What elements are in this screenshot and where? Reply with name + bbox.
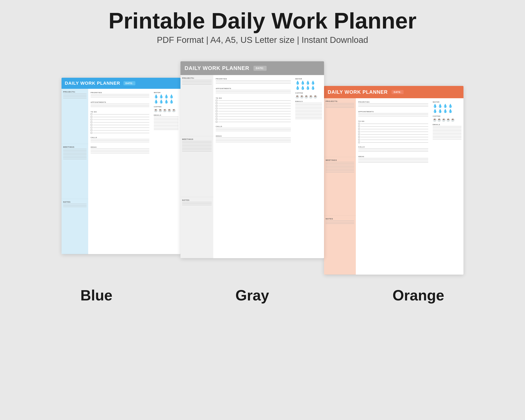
blue-calls: CALLS — [91, 136, 149, 143]
gy-todo-row8 — [216, 118, 291, 120]
orange-drop5: 💧 — [433, 109, 437, 113]
blue-appts-label: APPOINTMENTS — [91, 101, 149, 103]
blue-label: Blue — [37, 287, 156, 304]
gray-priorities: PRIORITIES — [216, 77, 291, 85]
blue-coffee-label: COFFEE — [154, 106, 162, 108]
gy-apt-1 — [216, 90, 291, 90]
or-idea-2 — [358, 159, 428, 160]
bl-cl2 — [93, 117, 149, 117]
gray-water-drops: 💧 💧 💧 💧 💧 💧 💧 💧 — [295, 80, 318, 90]
main-title: Printable Daily Work Planner — [109, 8, 416, 33]
gy-em-2 — [295, 104, 322, 105]
gy-todo-row9 — [216, 121, 291, 123]
subtitle: PDF Format | A4, A5, US Letter size | In… — [157, 35, 368, 45]
gy-proj-4 — [182, 84, 212, 84]
gray-appts-label: APPOINTMENTS — [216, 88, 291, 89]
or-em-9 — [433, 138, 461, 138]
blue-meet-line7 — [63, 158, 86, 158]
bl-todo-row2 — [91, 116, 149, 118]
orange-meetings-section: MEETINGS — [324, 157, 356, 216]
blue-drop3: 💧 — [164, 94, 169, 99]
gray-drop8: 💧 — [311, 85, 315, 90]
gy-meet-2 — [182, 142, 212, 143]
gy-todo-row2 — [216, 102, 291, 104]
blue-drop1: 💧 — [154, 94, 158, 99]
or-chk4 — [358, 131, 360, 132]
blue-notes-line3 — [63, 207, 86, 207]
orange-drop3: 💧 — [443, 103, 448, 108]
bl-chk1 — [91, 113, 92, 115]
blue-proj-line1 — [63, 94, 86, 94]
gy-cl2 — [218, 103, 291, 103]
gy-meet-4 — [182, 145, 212, 146]
blue-meet-line8 — [63, 159, 86, 159]
bl-idea-3 — [91, 151, 149, 152]
bl-chk3 — [91, 119, 92, 120]
bl-apt-3 — [91, 107, 149, 107]
blue-todo-label: TO DO — [91, 111, 149, 113]
blue-cup4: ☕ — [167, 108, 171, 112]
orange-drop7: 💧 — [443, 109, 448, 113]
gy-cl7 — [218, 116, 291, 117]
orange-projects-label: PROJECTS: — [326, 100, 354, 102]
blue-meet-line1 — [63, 149, 86, 149]
gray-drop7: 💧 — [306, 85, 310, 90]
or-meet-8 — [326, 172, 354, 172]
gy-em-1 — [295, 103, 322, 103]
bl-em-5 — [154, 122, 178, 123]
gray-drop6: 💧 — [300, 85, 305, 90]
or-meet-6 — [326, 169, 354, 169]
gy-todo-row7 — [216, 116, 291, 117]
gray-label: Gray — [180, 287, 324, 304]
gray-sidebar: PROJECTS: MEETINGS — [180, 75, 213, 258]
blue-proj-line3 — [63, 97, 86, 97]
color-labels-row: Blue Gray Orange — [12, 287, 513, 304]
gy-em-8 — [295, 113, 322, 113]
or-todo-row3 — [358, 128, 428, 130]
orange-drop6: 💧 — [438, 109, 442, 113]
orange-notes-section: NOTES — [324, 216, 356, 275]
orange-priorities: PRIORITIES — [358, 100, 428, 108]
gray-coffee-cups: ☕ ☕ ☕ ☕ ☕ — [295, 94, 318, 98]
or-em-10 — [433, 139, 461, 139]
gy-em-5 — [295, 109, 322, 109]
or-todo-row7 — [358, 139, 428, 140]
bl-call-1 — [91, 139, 149, 139]
blue-notes-label: NOTES — [63, 201, 86, 203]
gy-idea-3 — [216, 140, 291, 141]
blue-drop8: 💧 — [169, 99, 174, 104]
gray-drop1: 💧 — [295, 80, 300, 85]
orange-drop8: 💧 — [448, 109, 453, 113]
blue-ideas: IDEAS — [91, 145, 149, 154]
gy-proj-1 — [182, 80, 212, 80]
or-em-2 — [433, 128, 461, 128]
gy-em-11 — [295, 117, 322, 118]
blue-water-label: WATER — [154, 92, 160, 93]
or-todo-row5 — [358, 133, 428, 135]
gy-chk7 — [216, 116, 217, 117]
gray-ideas: IDEAS — [216, 134, 291, 143]
blue-priorities-label: PRIORITIES — [91, 92, 149, 93]
blue-proj-line2 — [63, 95, 86, 95]
bl-pri-3 — [91, 97, 149, 97]
gray-drop5: 💧 — [295, 85, 300, 90]
orange-drop4: 💧 — [448, 103, 453, 108]
bl-chk7 — [91, 129, 92, 131]
gy-cl1 — [218, 101, 291, 101]
gy-em-12 — [295, 119, 322, 119]
or-meet-3 — [326, 165, 354, 165]
orange-drop1: 💧 — [433, 103, 437, 108]
bl-apt-2 — [91, 105, 149, 105]
or-cl3 — [361, 129, 428, 129]
planner-orange: DAILY WORK PLANNER DATE: PROJECTS: MEETI… — [324, 86, 463, 275]
blue-notes-line1 — [63, 204, 86, 204]
bl-cl4 — [93, 122, 149, 122]
orange-emails-label: EMAILS — [433, 124, 440, 125]
bl-em-4 — [154, 121, 178, 121]
or-em-7 — [433, 135, 461, 135]
blue-notes-line2 — [63, 205, 86, 205]
gy-meet-7 — [182, 150, 212, 150]
blue-header: DAILY WORK PLANNER DATE: — [62, 78, 180, 89]
blue-right: WATER 💧 💧 💧 💧 💧 💧 💧 💧 COFFEE ☕ ☕ ☕ ☕ — [152, 89, 180, 254]
blue-drop7: 💧 — [164, 99, 169, 104]
